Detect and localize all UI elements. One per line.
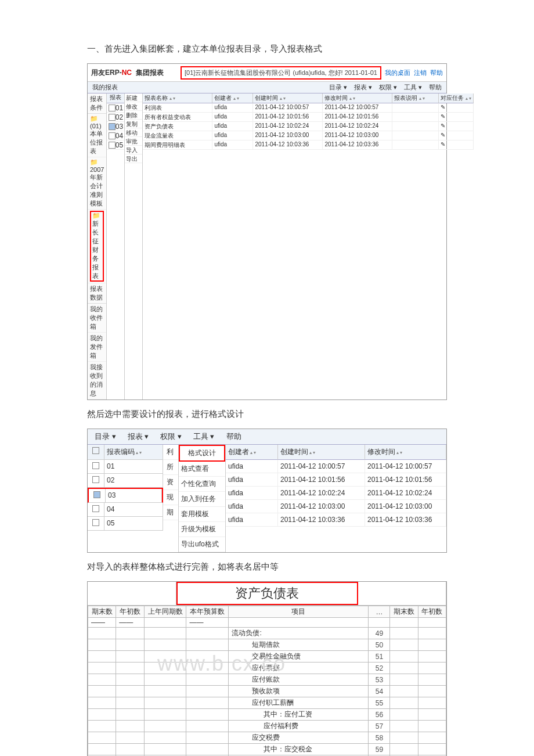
data-cell [88, 628, 116, 639]
data-cell [116, 674, 144, 686]
data-cell [144, 721, 186, 732]
menu-perm[interactable]: 权限 ▾ [379, 83, 397, 92]
data-cell [144, 663, 186, 674]
sidebar-item[interactable]: 我的收件箱 [88, 304, 106, 333]
col-task[interactable]: 对应任务 [439, 93, 474, 103]
col-header: 本年预算数 [186, 606, 229, 618]
menu-report[interactable]: 报表 ▾ [354, 83, 372, 92]
col-mtime[interactable]: 修改时间 [365, 445, 446, 460]
menu-dir[interactable]: 目录 ▾ [329, 83, 347, 92]
menu-item[interactable]: 升级为模板 [179, 522, 225, 537]
checkbox[interactable] [92, 476, 99, 483]
menu-export[interactable]: 导出 [125, 154, 142, 163]
table-cell: 2011-04-12 10:02:24 [278, 487, 365, 500]
data-cell [88, 663, 116, 674]
row-number: 54 [369, 686, 390, 697]
menu-item[interactable]: 加入到任务 [179, 492, 225, 507]
sidebar-title: 报表条件 [88, 93, 106, 114]
checkbox-header[interactable] [88, 445, 104, 459]
table-cell [392, 141, 439, 150]
table-cell: 2011-04-12 10:01:56 [253, 113, 323, 122]
data-cell [144, 744, 186, 755]
code-cell[interactable]: 04 [104, 503, 163, 516]
link-help[interactable]: 帮助 [430, 69, 443, 77]
col-desc[interactable]: 报表说明 [392, 93, 439, 103]
company-box: [01]云南新长征物流集团股份有限公司 (ufida)ufida, 您好! 20… [181, 66, 381, 80]
menu-help[interactable]: 帮助 [226, 431, 241, 442]
checkbox-checked[interactable] [93, 491, 100, 498]
row-number: 52 [369, 663, 390, 674]
checkbox[interactable] [92, 505, 99, 512]
checkbox[interactable] [109, 114, 116, 121]
menu-item[interactable]: 格式查看 [179, 462, 225, 477]
table-cell: 2011-04-12 10:00:57 [365, 460, 446, 473]
checkbox[interactable] [92, 462, 99, 469]
item-cell: 应付票据 [229, 663, 369, 674]
menu-report[interactable]: 报表 ▾ [128, 431, 149, 442]
link-my-desktop[interactable]: 我的桌面 [385, 69, 410, 77]
link-logout[interactable]: 注销 [414, 69, 427, 77]
menu-dir[interactable]: 目录 ▾ [95, 431, 116, 442]
col-creator[interactable]: 创建者 [212, 93, 253, 103]
row-number: 57 [369, 721, 390, 732]
col-creator[interactable]: 创建者 [226, 445, 278, 460]
data-cell [88, 744, 116, 755]
checkbox[interactable] [92, 519, 99, 526]
sheet-title-highlighted: 资产负债表 [176, 582, 358, 605]
sidebar-item[interactable]: 我的发件箱 [88, 333, 106, 362]
code-cell[interactable]: 01 [104, 460, 163, 473]
table-cell [392, 103, 439, 113]
row-number: 55 [369, 697, 390, 709]
row-number: 58 [369, 732, 390, 744]
format-design-screenshot: 目录 ▾ 报表 ▾ 权限 ▾ 工具 ▾ 帮助 报表编码 01 02 03 04 … [87, 429, 447, 553]
data-cell [88, 721, 116, 732]
checkbox[interactable] [109, 142, 116, 149]
table-cell: 2011-04-12 10:03:00 [278, 500, 365, 513]
data-cell [116, 697, 144, 709]
checkbox-checked[interactable] [109, 123, 116, 130]
col-ctime[interactable]: 创建时间 [278, 445, 365, 460]
data-cell [144, 674, 186, 686]
table-cell: 利润表 [143, 103, 212, 113]
menu-move[interactable]: 移动 [125, 128, 142, 137]
menu-tool[interactable]: 工具 ▾ [404, 83, 422, 92]
checkbox[interactable] [109, 132, 116, 139]
code-cell[interactable]: 02 [104, 474, 163, 487]
menu-edit[interactable]: 修改 [125, 102, 142, 111]
col-name[interactable]: 报表名称 [143, 93, 212, 103]
sidebar-item[interactable]: 我接收到的消息 [88, 362, 106, 399]
menu-new[interactable]: 新建 [125, 93, 142, 102]
format-design-highlighted[interactable]: 格式设计 [179, 445, 225, 462]
menu-import[interactable]: 导入 [125, 146, 142, 154]
sidebar-item[interactable]: 📁 (01)本单位报表 [88, 114, 106, 157]
data-cell [144, 709, 186, 721]
menu-perm[interactable]: 权限 ▾ [160, 431, 182, 442]
menu-delete[interactable]: 删除 [125, 111, 142, 120]
code-cell[interactable]: 03 [106, 489, 162, 502]
sidebar-item[interactable]: 📁 2007年新会计准则模板 [88, 157, 106, 210]
menu-item[interactable]: 套用模板 [179, 507, 225, 522]
data-cell [116, 628, 144, 639]
menu-item[interactable]: 导出ufo格式 [179, 537, 225, 552]
menu-copy[interactable]: 复制 [125, 120, 142, 128]
table-cell: ✎ [439, 122, 474, 131]
code-cell[interactable]: 05 [104, 517, 163, 530]
sidebar-item-highlighted[interactable]: 📁 新长征财务报表 [88, 210, 106, 283]
col-mtime[interactable]: 修改时间 [323, 93, 392, 103]
item-cell: 应交税费 [229, 732, 369, 744]
item-cell: 其中：应交税金 [229, 744, 369, 755]
table-cell: ✎ [439, 103, 474, 113]
col-ctime[interactable]: 创建时间 [253, 93, 323, 103]
menu-item[interactable]: 个性化查询 [179, 477, 225, 492]
menu-approve[interactable]: 审批 [125, 137, 142, 146]
data-cell [116, 686, 144, 697]
data-cell [186, 697, 229, 709]
table-cell: ufida [226, 513, 278, 527]
menu-help[interactable]: 帮助 [429, 83, 442, 92]
col-header: … [369, 606, 390, 618]
table-cell: ufida [212, 103, 253, 113]
data-cell [88, 639, 116, 651]
checkbox[interactable] [109, 105, 116, 111]
menu-tool[interactable]: 工具 ▾ [193, 431, 215, 442]
code-header[interactable]: 报表编码 [104, 445, 163, 459]
